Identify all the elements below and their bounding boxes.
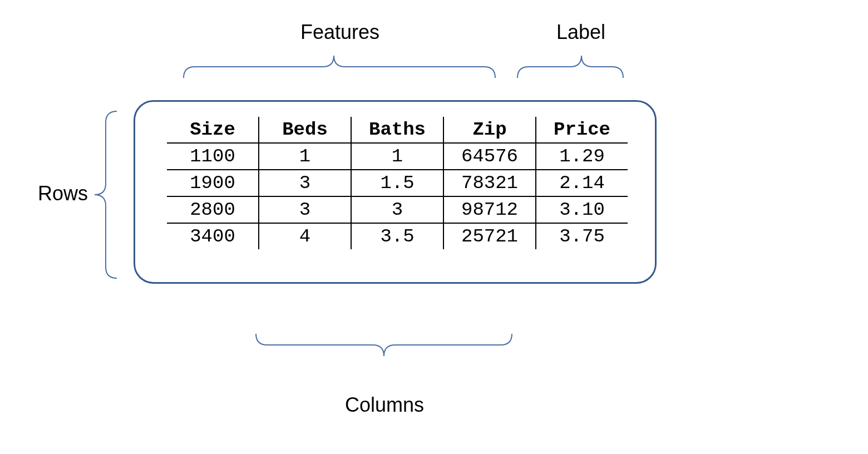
features-brace (184, 56, 495, 78)
cell: 64576 (443, 143, 536, 170)
features-label: Features (300, 22, 379, 42)
header-zip: Zip (443, 117, 536, 143)
cell: 4 (259, 223, 351, 249)
cell: 2800 (167, 196, 259, 223)
cell: 25721 (443, 223, 536, 249)
table-row: 3400 4 3.5 25721 3.75 (167, 223, 628, 249)
cell: 98712 (443, 196, 536, 223)
header-price: Price (536, 117, 628, 143)
table-row: 1100 1 1 64576 1.29 (167, 143, 628, 170)
table-header-row: Size Beds Baths Zip Price (167, 117, 628, 143)
cell: 1900 (167, 170, 259, 196)
data-table: Size Beds Baths Zip Price 1100 1 1 64576… (167, 117, 628, 249)
rows-label: Rows (38, 184, 88, 204)
cell: 2.14 (536, 170, 628, 196)
cell: 3.75 (536, 223, 628, 249)
label-label: Label (556, 22, 605, 42)
header-baths: Baths (351, 117, 443, 143)
header-size: Size (167, 117, 259, 143)
cell: 3 (351, 196, 443, 223)
cell: 3400 (167, 223, 259, 249)
columns-label: Columns (345, 395, 424, 415)
cell: 78321 (443, 170, 536, 196)
label-brace (517, 56, 623, 78)
cell: 3.10 (536, 196, 628, 223)
table-row: 2800 3 3 98712 3.10 (167, 196, 628, 223)
rows-brace (95, 111, 117, 278)
cell: 3.5 (351, 223, 443, 249)
columns-brace (256, 334, 512, 356)
cell: 3 (259, 170, 351, 196)
cell: 1.5 (351, 170, 443, 196)
cell: 1 (259, 143, 351, 170)
cell: 1.29 (536, 143, 628, 170)
cell: 1 (351, 143, 443, 170)
cell: 1100 (167, 143, 259, 170)
table-row: 1900 3 1.5 78321 2.14 (167, 170, 628, 196)
header-beds: Beds (259, 117, 351, 143)
cell: 3 (259, 196, 351, 223)
diagram-canvas: Features Label Rows Columns Size Beds Ba… (0, 0, 868, 454)
